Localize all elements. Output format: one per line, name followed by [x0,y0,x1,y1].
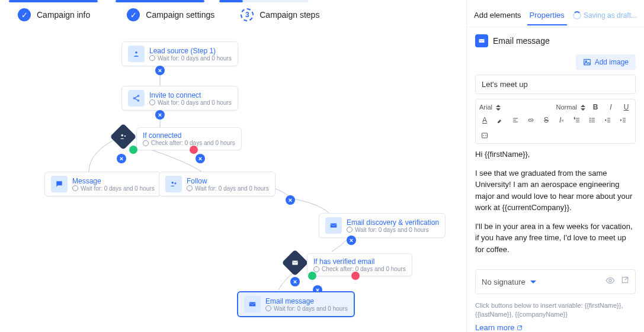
preview-icon[interactable] [605,276,615,288]
delete-connector-button[interactable]: × [286,195,295,205]
strike-button[interactable]: S [541,115,552,125]
node-subtitle: Wait for: 0 days and 0 hours [265,305,348,312]
step-label: Campaign steps [259,10,319,20]
ordered-list-button[interactable]: 1 [572,115,582,125]
svg-point-3 [137,100,139,101]
svg-text:1: 1 [574,117,575,120]
svg-point-15 [590,120,591,121]
step-campaign-info[interactable]: Campaign info [8,8,100,21]
node-subtitle: Wait for: 0 days and 0 hours [72,185,155,192]
bold-button[interactable]: B [590,102,601,112]
spinner-icon [573,11,581,20]
delete-connector-button[interactable]: × [196,154,205,163]
clear-format-button[interactable]: I× [556,115,567,125]
canvas-area: Campaign info Campaign settings 3 Campai… [0,0,466,332]
step-campaign-settings[interactable]: Campaign settings [117,8,224,21]
node-lead-source[interactable]: Lead source (Step 1)Wait for: 0 days and… [121,41,238,66]
indent-button[interactable] [618,115,629,125]
delete-connector-button[interactable]: × [290,277,300,286]
step-progress-3-remainder [243,0,308,2]
stepper: Campaign info Campaign settings 3 Campai… [0,0,466,30]
timer-icon [149,55,155,61]
code-button[interactable] [479,130,490,141]
node-title: If has verified email [313,257,406,266]
align-button[interactable] [510,115,521,125]
step-progress-1 [9,0,98,2]
outdent-button[interactable] [603,115,613,125]
svg-rect-11 [584,59,590,65]
step-progress-3 [219,0,243,2]
node-if-connected[interactable]: If connectedCheck after: 0 days and 0 ho… [136,127,242,150]
message-icon [51,176,68,192]
text-color-button[interactable]: A [479,115,490,125]
follow-icon [165,176,182,192]
node-title: Follow [187,177,269,185]
lead-icon [128,46,145,62]
node-title: Lead source (Step 1) [149,47,232,55]
step-label: Campaign info [37,10,90,20]
font-family-select[interactable]: Arial [479,104,501,111]
node-title: Message [72,177,155,185]
popout-icon[interactable] [621,276,629,288]
italic-button[interactable]: I [605,102,616,112]
panel-tabs: Add elements Properties Saving as draft.… [467,0,644,27]
tab-properties[interactable]: Properties [527,6,567,25]
node-subtitle: Check after: 0 days and 0 hours [313,266,406,272]
signature-select[interactable]: No signature [475,269,636,294]
chevron-down-icon [530,281,536,283]
svg-point-18 [609,279,611,282]
editor-paragraph: I see that we graduated from the same Un… [475,167,636,214]
delete-connector-button[interactable]: × [117,154,126,163]
decision-if-email-icon[interactable] [281,249,308,276]
svg-point-6 [172,182,174,184]
branch-yes-dot [129,146,137,154]
delete-connector-button[interactable]: × [155,110,165,120]
flow-canvas[interactable]: Lead source (Step 1)Wait for: 0 days and… [0,30,466,332]
node-subtitle: Wait for: 0 days and 0 hours [347,227,439,233]
delete-connector-button[interactable]: × [155,66,165,75]
variable-help-text: Click buttons below to insert variable: … [467,299,644,322]
node-email-message[interactable]: Email messageWait for: 0 days and 0 hour… [237,291,355,317]
external-link-icon [517,325,523,331]
timer-icon [149,99,155,105]
branch-no-dot [351,272,360,280]
highlight-button[interactable] [495,115,505,125]
unordered-list-button[interactable] [587,115,598,125]
editor-paragraph: I'll be in your area in a few weeks for … [475,221,636,256]
node-follow[interactable]: FollowWait for: 0 days and 0 hours [159,172,275,196]
subject-input[interactable]: Let's meet up [475,75,636,94]
learn-more-link[interactable]: Learn more [475,323,523,332]
node-email-discovery[interactable]: Email discovery & verificationWait for: … [319,213,446,238]
node-subtitle: Wait for: 0 days and 0 hours [149,99,232,106]
svg-point-5 [124,136,126,137]
node-invite-connect[interactable]: Invite to connectWait for: 0 days and 0 … [121,86,238,111]
delete-connector-button[interactable]: × [347,236,356,245]
email-icon [244,296,261,312]
node-title: Email message [265,297,348,305]
node-message[interactable]: MessageWait for: 0 days and 0 hours [44,172,161,196]
svg-point-0 [135,51,137,54]
node-subtitle: Wait for: 0 days and 0 hours [187,185,269,192]
side-panel: Add elements Properties Saving as draft.… [466,0,644,332]
step-number-icon: 3 [241,8,254,21]
saving-indicator: Saving as draft... [571,7,639,25]
node-if-verified-email[interactable]: If has verified emailCheck after: 0 days… [307,253,412,276]
add-image-button[interactable]: Add image [576,54,636,70]
share-icon [128,90,145,107]
node-subtitle: Wait for: 0 days and 0 hours [149,55,232,62]
panel-title: Email message [467,27,644,54]
underline-button[interactable]: U [621,102,632,112]
check-icon [18,8,31,21]
node-subtitle: Check after: 0 days and 0 hours [143,140,235,146]
tab-add-elements[interactable]: Add elements [472,6,524,25]
font-size-select[interactable]: Normal [556,104,585,111]
node-title: Invite to connect [149,91,232,99]
svg-point-4 [121,134,124,137]
email-body-editor[interactable]: Hi {{firstName}}, I see that we graduate… [475,147,636,263]
step-campaign-steps[interactable]: 3 Campaign steps [231,8,329,21]
timer-icon [143,140,149,146]
editor-toolbar: Arial Normal B I U A S I× 1 [475,99,636,144]
link-button[interactable] [526,115,536,125]
editor-paragraph: Hi {{firstName}}, [475,149,636,160]
image-icon [583,58,591,66]
